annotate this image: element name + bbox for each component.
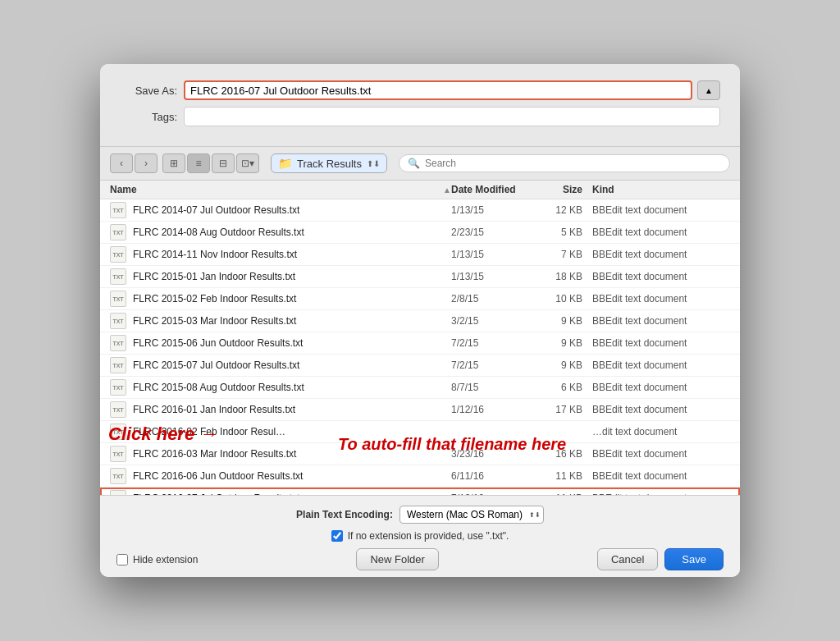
view-icons-button[interactable]: ⊞ [162, 153, 185, 173]
file-date: 8/7/15 [451, 382, 525, 393]
file-icon: TXT [110, 335, 126, 351]
file-size: 7 KB [525, 249, 582, 260]
table-row[interactable]: TXTFLRC 2014-11 Nov Indoor Results.txt1/… [100, 244, 740, 266]
location-chevron-icon: ⬆⬇ [367, 159, 380, 168]
file-date: 2/8/15 [451, 293, 525, 304]
encoding-select[interactable]: Western (Mac OS Roman) [399, 506, 544, 524]
file-name: FLRC 2016-02 Feb Indoor Resul… [133, 426, 451, 437]
table-row[interactable]: TXTFLRC 2016-07 Jul Outdoor Results.txt7… [100, 488, 740, 495]
file-date: 7/2/15 [451, 337, 525, 349]
table-row[interactable]: TXTFLRC 2015-06 Jun Outdoor Results.txt7… [100, 332, 740, 355]
view-buttons: ⊞ ≡ ⊟ ⊡▾ [162, 153, 259, 173]
tags-label: Tags: [120, 111, 177, 123]
file-name: FLRC 2016-01 Jan Indoor Results.txt [133, 404, 451, 415]
hide-extension-label: Hide extension [133, 554, 198, 565]
table-row[interactable]: TXTFLRC 2014-08 Aug Outdoor Results.txt2… [100, 222, 740, 244]
save-as-label: Save As: [120, 85, 177, 97]
back-button[interactable]: ‹ [110, 153, 133, 173]
cancel-button[interactable]: Cancel [597, 548, 658, 570]
file-name: FLRC 2016-07 Jul Outdoor Results.txt [133, 492, 451, 495]
file-date: 1/12/16 [451, 404, 525, 415]
search-box: 🔍 [399, 154, 730, 172]
save-as-input[interactable] [184, 80, 692, 100]
new-folder-button[interactable]: New Folder [356, 548, 438, 570]
search-input[interactable] [425, 158, 721, 169]
file-icon: TXT [110, 291, 126, 307]
file-date: 7/2/15 [451, 359, 525, 371]
file-name: FLRC 2014-11 Nov Indoor Results.txt [133, 249, 451, 260]
hide-extension-checkbox[interactable] [116, 554, 128, 565]
file-kind: BBEdit text document [582, 227, 730, 238]
file-icon: TXT [110, 424, 126, 440]
table-row[interactable]: TXTFLRC 2016-06 Jun Outdoor Results.txt6… [100, 465, 740, 488]
file-icon: TXT [110, 379, 126, 396]
file-name: FLRC 2016-06 Jun Outdoor Results.txt [133, 470, 451, 482]
file-icon: TXT [110, 224, 126, 240]
file-size: 9 KB [525, 359, 582, 371]
dialog-header: Save As: ▲ Tags: [100, 64, 740, 147]
table-row[interactable]: TXTFLRC 2015-03 Mar Indoor Results.txt3/… [100, 310, 740, 332]
file-size: 10 KB [525, 293, 582, 304]
view-columns-button[interactable]: ⊟ [212, 153, 235, 173]
file-size: 5 KB [525, 227, 582, 238]
file-icon: TXT [110, 202, 126, 218]
action-row: Hide extension New Folder Cancel Save [113, 548, 727, 570]
file-name: FLRC 2014-07 Jul Outdoor Results.txt [133, 204, 451, 216]
file-name: FLRC 2015-02 Feb Indoor Results.txt [133, 293, 451, 304]
file-date: 6/11/16 [451, 470, 525, 482]
hide-extension-wrap: Hide extension [116, 554, 198, 565]
tags-input[interactable] [184, 107, 720, 126]
table-row[interactable]: TXTFLRC 2014-07 Jul Outdoor Results.txt1… [100, 199, 740, 222]
forward-button[interactable]: › [135, 153, 158, 173]
file-icon: TXT [110, 357, 126, 373]
table-row[interactable]: TXTFLRC 2016-01 Jan Indoor Results.txt1/… [100, 399, 740, 421]
extension-checkbox[interactable] [331, 530, 343, 542]
extension-row: If no extension is provided, use ".txt". [113, 530, 727, 542]
file-size: 6 KB [525, 382, 582, 393]
file-date: 1/13/15 [451, 271, 525, 282]
file-browser: Name ▲ Date Modified Size Kind TXTFLRC 2… [100, 181, 740, 495]
file-size: 12 KB [525, 204, 582, 216]
sort-icon: ▲ [443, 185, 451, 195]
file-icon: TXT [110, 468, 126, 484]
save-dialog: Save As: ▲ Tags: ‹ › ⊞ ≡ ⊟ ⊡▾ 📁 Track Re… [100, 64, 740, 577]
file-name: FLRC 2015-06 Jun Outdoor Results.txt [133, 337, 451, 349]
file-icon: TXT [110, 490, 126, 495]
dialog-buttons: Cancel Save [597, 548, 724, 570]
column-header: Name ▲ Date Modified Size Kind [100, 181, 740, 199]
table-row[interactable]: TXTFLRC 2015-08 Aug Outdoor Results.txt8… [100, 377, 740, 399]
table-row[interactable]: TXTFLRC 2016-02 Feb Indoor Resul……dit te… [100, 421, 740, 443]
file-icon: TXT [110, 313, 126, 329]
save-as-row: Save As: ▲ [120, 80, 720, 100]
collapse-button[interactable]: ▲ [697, 80, 720, 100]
extension-label: If no extension is provided, use ".txt". [348, 530, 509, 542]
encoding-select-wrap: Western (Mac OS Roman) [399, 506, 544, 524]
col-kind-header: Kind [582, 184, 730, 195]
table-row[interactable]: TXTFLRC 2016-03 Mar Indoor Results.txt3/… [100, 443, 740, 465]
file-date: 3/23/16 [451, 448, 525, 460]
file-kind: BBEdit text document [582, 204, 730, 216]
file-kind: BBEdit text document [582, 293, 730, 304]
view-list-button[interactable]: ≡ [187, 153, 210, 173]
file-icon: TXT [110, 268, 126, 285]
file-kind: BBEdit text document [582, 492, 730, 495]
file-size: 11 KB [525, 492, 582, 495]
file-kind: BBEdit text document [582, 359, 730, 371]
table-row[interactable]: TXTFLRC 2015-01 Jan Indoor Results.txt1/… [100, 266, 740, 288]
file-size: 11 KB [525, 470, 582, 482]
file-kind: BBEdit text document [582, 448, 730, 460]
table-row[interactable]: TXTFLRC 2015-07 Jul Outdoor Results.txt7… [100, 355, 740, 377]
table-row[interactable]: TXTFLRC 2015-02 Feb Indoor Results.txt2/… [100, 288, 740, 310]
location-picker[interactable]: 📁 Track Results ⬆⬇ [271, 153, 387, 173]
save-button[interactable]: Save [664, 548, 724, 570]
file-name: FLRC 2015-01 Jan Indoor Results.txt [133, 271, 451, 282]
col-name-header: Name [110, 184, 440, 195]
encoding-row: Plain Text Encoding: Western (Mac OS Rom… [113, 506, 727, 524]
file-list-container: Name ▲ Date Modified Size Kind TXTFLRC 2… [100, 181, 740, 495]
file-size: 16 KB [525, 448, 582, 460]
view-coverflow-button[interactable]: ⊡▾ [236, 153, 259, 173]
file-kind: BBEdit text document [582, 404, 730, 415]
file-date: 2/23/15 [451, 227, 525, 238]
file-name: FLRC 2015-07 Jul Outdoor Results.txt [133, 359, 451, 371]
search-icon: 🔍 [408, 158, 420, 169]
